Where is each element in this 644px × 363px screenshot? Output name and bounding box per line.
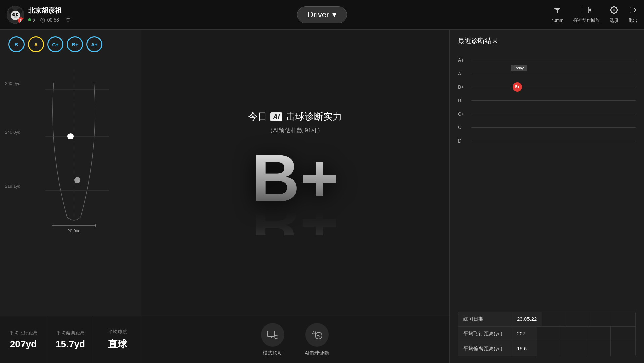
big-grade-text: B+: [251, 145, 339, 212]
stat-deviation-label: 平均偏离距离: [56, 330, 85, 336]
grade-line-d: [471, 141, 636, 141]
grade-badge-b: B: [8, 36, 25, 52]
table-flight-5: [611, 327, 635, 341]
grade-badge-cplus: C+: [47, 36, 63, 52]
timer: 00:58: [40, 17, 59, 23]
svg-point-14: [613, 9, 615, 11]
grade-row-d: D: [458, 134, 636, 147]
grade-line-c: [471, 127, 636, 128]
grade-label-aplus: A+: [458, 57, 471, 63]
grade-line-a: Today: [471, 74, 636, 74]
table-flight-3: [561, 327, 586, 341]
user-meta: 5 00:58: [28, 16, 72, 24]
grade-row-b: B: [458, 94, 636, 107]
grade-row-aplus: A+: [458, 54, 636, 67]
table-date-5: [612, 312, 635, 326]
svg-point-19: [67, 133, 74, 139]
header-right: 40mm 挥杆动作回放 选项 退出: [551, 6, 637, 24]
stat-quality-label: 平均球质: [108, 329, 127, 335]
trajectory-svg: 20.9yd: [22, 69, 136, 237]
stats-table: 练习日期 23.05.22 平均飞行距离(yd) 207 平均偏离距离(yd) …: [458, 312, 636, 356]
stat-quality: 平均球质 直球: [94, 316, 141, 363]
right-panel: 最近诊断结果 A+ A Today B+ B+ B: [449, 30, 644, 363]
section-title: 最近诊断结果: [458, 36, 636, 45]
table-date-4: [589, 312, 612, 326]
mode-move-button[interactable]: 模式移动: [261, 323, 284, 356]
table-deviation-1: 15.6: [512, 341, 537, 356]
user-section: E 北京胡彦祖 5 00:58: [7, 6, 72, 24]
grade-row-c: C: [458, 121, 636, 134]
club-selector[interactable]: Driver ▾: [297, 6, 347, 23]
settings-button[interactable]: 选项: [610, 6, 618, 24]
grade-display: 今日 AI 击球诊断实力 （AI预估杆数 91杆） B+ B+: [141, 30, 449, 316]
dropdown-icon: ▾: [332, 10, 336, 19]
replay-icon: [582, 6, 591, 16]
score-value: 5: [32, 17, 35, 23]
title-suffix: 击球诊断实力: [286, 110, 342, 123]
svg-point-8: [17, 14, 18, 15]
wifi-icon: [64, 16, 72, 24]
svg-rect-12: [582, 7, 589, 13]
grade-row-a: A Today: [458, 67, 636, 80]
table-header-flight: 平均飞行距离(yd): [458, 327, 512, 341]
ai-badge: AI: [270, 112, 282, 121]
svg-text:20.9yd: 20.9yd: [67, 228, 80, 233]
table-flight-2: [537, 327, 562, 341]
table-deviation-2: [537, 341, 562, 356]
avatar-badge: E: [18, 17, 24, 24]
table-header-date: 练习日期: [458, 312, 512, 326]
replay-button[interactable]: 挥杆动作回放: [573, 6, 600, 23]
distance-button[interactable]: 40mm: [551, 6, 563, 23]
svg-point-6: [14, 16, 17, 18]
title-prefix: 今日: [248, 110, 267, 123]
exit-label: 退出: [629, 17, 637, 24]
distance-label: 40mm: [551, 18, 563, 23]
grade-chart: A+ A Today B+ B+ B C+: [458, 54, 636, 307]
svg-marker-27: [270, 336, 274, 338]
avatar: E: [7, 6, 24, 24]
center-bottom: 模式移动 AI AI击球诊断: [141, 316, 449, 363]
grade-label-d: D: [458, 138, 471, 144]
grade-badge-a: A: [28, 36, 44, 52]
big-grade-container: B+ B+: [251, 145, 339, 235]
table-row-date: 练习日期 23.05.22: [458, 312, 635, 327]
user-info: 北京胡彦祖 5 00:58: [28, 6, 72, 24]
status-dot: [28, 18, 31, 21]
svg-point-7: [14, 14, 15, 15]
exit-button[interactable]: 退出: [629, 6, 637, 24]
replay-label: 挥杆动作回放: [573, 17, 600, 23]
center-panel: 今日 AI 击球诊断实力 （AI预估杆数 91杆） B+ B+: [141, 30, 449, 363]
grade-row-bplus: B+ B+: [458, 81, 636, 93]
stat-distance: 平均飞行距离 207yd: [0, 316, 47, 363]
stat-quality-value: 直球: [108, 338, 127, 351]
left-panel: B A C+ B+ A+ 260.9yd 240.0yd 219.1yd: [0, 30, 141, 363]
filter-icon: [553, 6, 561, 16]
table-date-1: 23.05.22: [512, 312, 542, 326]
grade-badges: B A C+ B+ A+: [0, 30, 141, 59]
table-deviation-3: [561, 341, 586, 356]
settings-label: 选项: [610, 17, 618, 24]
table-date-3: [565, 312, 589, 326]
header: E 北京胡彦祖 5 00:58 Driver ▾: [0, 0, 644, 30]
table-row-deviation: 平均偏离距离(yd) 15.6: [458, 341, 635, 356]
bplus-indicator: B+: [513, 82, 522, 92]
exit-icon: [629, 6, 637, 16]
svg-marker-13: [589, 8, 591, 12]
mode-move-label: 模式移动: [263, 350, 283, 356]
svg-line-11: [43, 20, 44, 21]
grade-badge-bplus: B+: [67, 36, 83, 52]
stat-distance-value: 207yd: [10, 339, 37, 350]
stat-deviation: 平均偏离距离 15.7yd: [47, 316, 94, 363]
grade-label-cplus: C+: [458, 111, 471, 117]
grade-line-bplus: B+: [471, 87, 636, 87]
main-content: B A C+ B+ A+ 260.9yd 240.0yd 219.1yd: [0, 30, 644, 363]
table-deviation-5: [611, 341, 635, 356]
ai-diagnosis-button[interactable]: AI AI击球诊断: [305, 323, 329, 356]
grade-line-cplus: [471, 114, 636, 114]
mode-move-icon: [261, 323, 284, 347]
user-score: 5: [28, 17, 35, 23]
grade-badge-aplus: A+: [86, 36, 102, 52]
table-flight-1: 207: [512, 327, 537, 341]
club-name: Driver: [308, 10, 329, 19]
yard-label-top: 260.9yd: [5, 81, 20, 86]
